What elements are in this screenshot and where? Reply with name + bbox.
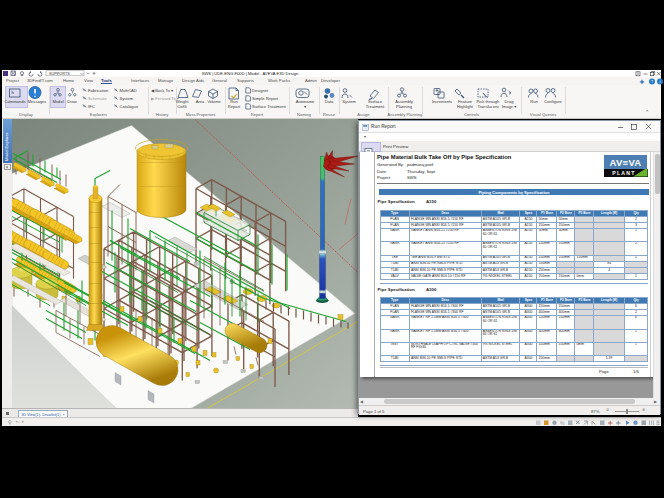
svg-text:%: % bbox=[560, 420, 565, 426]
svg-text:AV≡VA: AV≡VA bbox=[609, 157, 641, 168]
svg-text:SUPPORTS: SUPPORTS bbox=[49, 72, 70, 76]
svg-text:i: i bbox=[660, 79, 661, 84]
svg-text:PLANT: PLANT bbox=[612, 170, 635, 176]
